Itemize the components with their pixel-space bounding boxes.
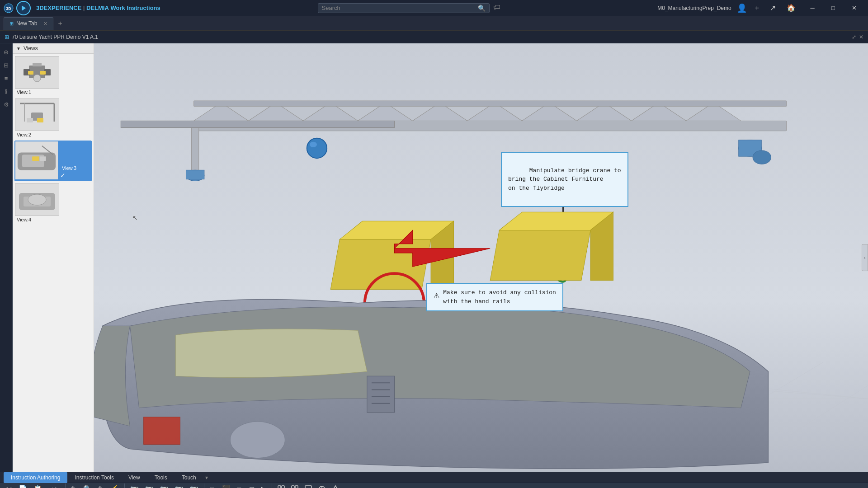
view-tool-5[interactable] bbox=[329, 483, 342, 488]
view-tool-1-icon bbox=[278, 485, 285, 488]
view-tool-2-icon bbox=[291, 485, 298, 488]
sidebar-icon-4[interactable]: ℹ bbox=[3, 86, 9, 97]
undo-button[interactable]: ↩▾ bbox=[48, 483, 62, 488]
home-button[interactable]: 🏠 bbox=[784, 3, 798, 13]
svg-rect-7 bbox=[33, 63, 42, 66]
capture-button[interactable]: 📷 bbox=[127, 483, 142, 488]
viewport-3d[interactable]: Manipulate bridge crane to bring the Cab… bbox=[94, 43, 868, 472]
toolbar-tabs: Instruction Authoring Instruction Tools … bbox=[0, 472, 868, 483]
svg-rect-87 bbox=[278, 486, 281, 488]
tab-label: New Tab bbox=[16, 20, 37, 27]
title-bar-right: M0_ManufacturingPrep_Demo 👤 + ↗ 🏠 bbox=[657, 3, 798, 13]
outline-button[interactable]: ◻ bbox=[246, 483, 257, 488]
view-tool-2[interactable] bbox=[288, 483, 301, 488]
tab-new-tab[interactable]: ⊞ New Tab ✕ bbox=[4, 17, 53, 30]
rect-button[interactable]: ⬛ bbox=[219, 483, 233, 488]
separator-4 bbox=[272, 483, 272, 488]
breadcrumb-expand-button[interactable]: ⤢ bbox=[852, 34, 856, 40]
camera-button[interactable]: 📷 bbox=[157, 483, 171, 488]
logo-icon: 3D bbox=[4, 3, 14, 13]
video-button[interactable]: 📷 bbox=[187, 483, 201, 488]
svg-rect-90 bbox=[295, 486, 298, 488]
search-box[interactable]: 🔍 bbox=[318, 3, 490, 13]
views-header: ▼ Views bbox=[13, 43, 94, 54]
callout-crane-text: Manipulate bridge crane to bring the Cab… bbox=[508, 167, 621, 192]
play-btn[interactable] bbox=[16, 1, 31, 15]
tab-close-icon[interactable]: ✕ bbox=[43, 21, 47, 27]
add-tab-button[interactable]: + bbox=[55, 19, 65, 28]
highlight-button[interactable]: ✎ bbox=[95, 483, 107, 488]
view-item-1[interactable]: View.1 bbox=[14, 56, 92, 96]
tab-tools[interactable]: Tools bbox=[147, 472, 175, 483]
shape-button[interactable]: ✏ bbox=[234, 483, 245, 488]
maximize-button[interactable]: □ bbox=[823, 0, 844, 16]
views-list: View.1 View.2 bbox=[13, 54, 94, 472]
search-input[interactable] bbox=[322, 5, 478, 11]
svg-text:3D: 3D bbox=[6, 6, 11, 11]
paste-button[interactable]: 📋▾ bbox=[31, 483, 47, 488]
share-button[interactable]: ↗ bbox=[767, 3, 778, 13]
right-collapse-handle[interactable]: ‹ bbox=[862, 244, 868, 271]
separator-3 bbox=[204, 483, 204, 488]
add-button[interactable]: + bbox=[752, 3, 762, 13]
svg-rect-57 bbox=[186, 170, 204, 179]
cut-button[interactable]: ✂ bbox=[4, 483, 15, 488]
main-layout: ⊕ ⊞ ≡ ℹ ⚙ ▼ Views bbox=[0, 43, 868, 472]
svg-marker-74 bbox=[490, 230, 590, 280]
view-tool-1[interactable] bbox=[275, 483, 288, 488]
svg-point-70 bbox=[310, 142, 317, 147]
app-brand: 3DEXPERIENCE | DELMIA Work Instructions bbox=[36, 5, 160, 11]
view-thumbnail-3 bbox=[15, 141, 58, 180]
sidebar-icon-5[interactable]: ⚙ bbox=[2, 99, 11, 110]
minimize-button[interactable]: ─ bbox=[802, 0, 823, 16]
tag-icon[interactable]: 🏷 bbox=[493, 3, 500, 13]
user-icon[interactable]: 👤 bbox=[737, 3, 747, 13]
view-label-4: View.4 bbox=[15, 216, 91, 223]
svg-point-69 bbox=[307, 138, 327, 158]
view-3-blue-area: View.3 ✓ bbox=[58, 141, 91, 181]
tab-instruction-tools[interactable]: Instruction Tools bbox=[67, 472, 121, 483]
lightning-button[interactable]: ⚡ bbox=[108, 483, 122, 488]
tab-touch[interactable]: Touch bbox=[175, 472, 203, 483]
view-item-2[interactable]: View.2 bbox=[14, 98, 92, 139]
breadcrumb-icon: ⊞ bbox=[5, 34, 9, 40]
photo-button[interactable]: 📷 bbox=[142, 483, 156, 488]
view-tool-3[interactable] bbox=[302, 483, 315, 488]
svg-point-80 bbox=[230, 422, 285, 458]
tab-view[interactable]: View bbox=[121, 472, 147, 483]
close-button[interactable]: ✕ bbox=[844, 0, 864, 16]
svg-rect-9 bbox=[40, 71, 46, 75]
view-thumbnail-2 bbox=[15, 99, 59, 131]
views-header-collapse-icon[interactable]: ▼ bbox=[16, 46, 21, 51]
sidebar-icon-2[interactable]: ⊞ bbox=[2, 60, 10, 70]
svg-rect-55 bbox=[192, 121, 199, 175]
svg-rect-61 bbox=[121, 121, 394, 127]
svg-point-60 bbox=[753, 150, 771, 164]
sidebar-icon-3[interactable]: ≡ bbox=[3, 73, 10, 84]
edit-button[interactable]: ✎ bbox=[68, 483, 80, 488]
sidebar-icon-1[interactable]: ⊕ bbox=[2, 47, 10, 57]
zoom-button[interactable]: 🔍 bbox=[80, 483, 94, 488]
svg-rect-17 bbox=[27, 118, 33, 122]
search-icon[interactable]: 🔍 bbox=[478, 5, 486, 12]
svg-rect-16 bbox=[37, 118, 43, 122]
tab-instruction-authoring[interactable]: Instruction Authoring bbox=[4, 472, 67, 483]
copy-button[interactable]: 📄 bbox=[16, 483, 30, 488]
svg-rect-54 bbox=[194, 101, 787, 106]
record-button[interactable]: 📷 bbox=[172, 483, 186, 488]
breadcrumb-expand: ⤢ ✕ bbox=[852, 34, 863, 40]
toolbar-more-button[interactable]: ▾ bbox=[203, 474, 210, 481]
svg-rect-21 bbox=[32, 156, 39, 161]
svg-marker-97 bbox=[332, 486, 339, 488]
view-label-3: View.3 bbox=[60, 164, 89, 172]
breadcrumb-collapse-button[interactable]: ✕ bbox=[859, 34, 863, 40]
view-item-3[interactable]: View.3 ✓ bbox=[14, 141, 92, 181]
view-tool-4[interactable] bbox=[316, 483, 328, 488]
undo-dropdown-icon: ▾ bbox=[57, 487, 60, 488]
warning-icon: ⚠ bbox=[434, 288, 439, 303]
pen-button[interactable]: ✏ bbox=[207, 483, 218, 488]
view-item-4[interactable]: View.4 bbox=[14, 183, 92, 224]
play-button[interactable]: ▶ bbox=[258, 483, 269, 488]
separator-2 bbox=[124, 483, 125, 488]
view-thumbnail-1 bbox=[15, 56, 59, 89]
